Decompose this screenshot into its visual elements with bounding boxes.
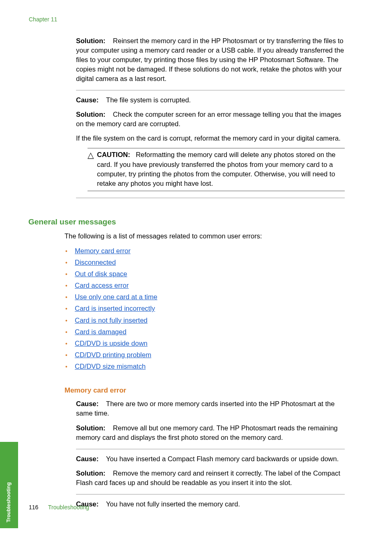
side-tab-text: Troubleshooting	[5, 482, 13, 522]
solution-text: Remove the memory card and reinsert it c…	[76, 469, 340, 486]
list-item: •CD/DVD printing problem	[65, 349, 345, 360]
caution-label: CAUTION:	[97, 151, 130, 158]
caution-icon: △	[88, 150, 94, 160]
caution-text-content: Reformatting the memory card will delete…	[97, 151, 336, 187]
link-memory-card-error[interactable]: Memory card error	[75, 246, 131, 256]
divider	[76, 494, 345, 494]
cause-text: There are two or more memory cards inser…	[76, 400, 334, 417]
list-item: •CD/DVD is upside down	[65, 337, 345, 349]
subheading-memory-card-error: Memory card error	[65, 386, 345, 395]
cause-label: Cause:	[76, 455, 99, 462]
solution-label: Solution:	[76, 424, 105, 432]
list-item: •Out of disk space	[65, 268, 345, 280]
link-use-only-one-card[interactable]: Use only one card at a time	[75, 292, 157, 302]
bullet-icon: •	[65, 282, 69, 290]
solution-label: Solution:	[76, 37, 105, 44]
section-heading-general: General user messages	[28, 217, 345, 228]
caution-divider-bottom	[88, 191, 345, 191]
solution-label: Solution:	[76, 469, 105, 477]
list-item: •Use only one card at a time	[65, 291, 345, 303]
solution-text: Check the computer screen for an error m…	[76, 111, 341, 127]
bullet-icon: •	[65, 305, 69, 313]
footer-title: Troubleshooting	[48, 504, 89, 511]
cause-label: Cause:	[76, 400, 99, 407]
cause-label: Cause:	[76, 96, 99, 104]
bullet-icon: •	[65, 270, 69, 279]
list-item: •Disconnected	[65, 257, 345, 268]
cause-text: The file system is corrupted.	[106, 96, 191, 104]
link-card-access-error[interactable]: Card access error	[75, 281, 129, 290]
list-item: •Card is damaged	[65, 326, 345, 337]
solution-para: Solution: Remove the memory card and rei…	[76, 469, 345, 488]
chapter-header: Chapter 11	[0, 0, 392, 24]
solution-para: Solution: Reinsert the memory card in th…	[76, 36, 345, 83]
cause-solution-block-2: Cause: The file system is corrupted. Sol…	[76, 95, 345, 191]
caution-block: △ CAUTION: Reformatting the memory card …	[88, 148, 345, 191]
mc-block-1: Cause: There are two or more memory card…	[76, 399, 345, 442]
solution-para: Solution: Check the computer screen for …	[76, 110, 345, 129]
link-card-inserted-incorrectly[interactable]: Card is inserted incorrectly	[75, 304, 155, 313]
list-item: •CD/DVD size mismatch	[65, 360, 345, 372]
link-out-of-disk-space[interactable]: Out of disk space	[75, 269, 127, 279]
bullet-icon: •	[65, 247, 69, 256]
list-item: •Card is inserted incorrectly	[65, 303, 345, 314]
list-item: •Memory card error	[65, 245, 345, 257]
divider	[76, 198, 345, 198]
link-disconnected[interactable]: Disconnected	[75, 258, 116, 267]
link-card-is-damaged[interactable]: Card is damaged	[75, 327, 127, 337]
page-footer: 116 Troubleshooting	[29, 504, 89, 512]
cause-text: You have inserted a Compact Flash memory…	[106, 455, 339, 462]
bullet-icon: •	[65, 340, 69, 348]
divider	[76, 449, 345, 449]
cause-para: Cause: You have not fully inserted the m…	[76, 499, 345, 509]
mc-block-3: Cause: You have not fully inserted the m…	[76, 499, 345, 509]
page-number: 116	[29, 504, 38, 511]
solution-text: Reinsert the memory card in the HP Photo…	[76, 37, 344, 82]
general-intro: The following is a list of messages rela…	[65, 231, 345, 241]
solution-block-1: Solution: Reinsert the memory card in th…	[76, 36, 345, 83]
link-list: •Memory card error •Disconnected •Out of…	[65, 245, 345, 372]
extra-para: If the file system on the card is corrup…	[76, 134, 345, 143]
list-item: •Card is not fully inserted	[65, 314, 345, 326]
solution-text: Remove all but one memory card. The HP P…	[76, 424, 338, 441]
link-cddvd-printing-problem[interactable]: CD/DVD printing problem	[75, 350, 151, 360]
solution-para: Solution: Remove all but one memory card…	[76, 423, 345, 442]
bullet-icon: •	[65, 293, 69, 302]
list-item: •Card access error	[65, 280, 345, 291]
bullet-icon: •	[65, 317, 69, 325]
bullet-icon: •	[65, 363, 69, 371]
side-tab: Troubleshooting	[0, 442, 18, 528]
cause-para: Cause: The file system is corrupted.	[76, 95, 345, 105]
divider	[76, 90, 345, 90]
caution-body: CAUTION: Reformatting the memory card wi…	[97, 150, 345, 188]
bullet-icon: •	[65, 259, 69, 267]
cause-para: Cause: You have inserted a Compact Flash…	[76, 454, 345, 464]
bullet-icon: •	[65, 351, 69, 360]
link-cddvd-size-mismatch[interactable]: CD/DVD size mismatch	[75, 362, 145, 371]
cause-text: You have not fully inserted the memory c…	[106, 500, 240, 508]
bullet-icon: •	[65, 328, 69, 337]
link-card-not-fully-inserted[interactable]: Card is not fully inserted	[75, 316, 148, 325]
page-content: Solution: Reinsert the memory card in th…	[0, 24, 392, 509]
mc-block-2: Cause: You have inserted a Compact Flash…	[76, 454, 345, 488]
caution-divider-top	[88, 148, 345, 148]
link-cddvd-upside-down[interactable]: CD/DVD is upside down	[75, 339, 148, 348]
cause-para: Cause: There are two or more memory card…	[76, 399, 345, 418]
solution-label: Solution:	[76, 111, 105, 118]
